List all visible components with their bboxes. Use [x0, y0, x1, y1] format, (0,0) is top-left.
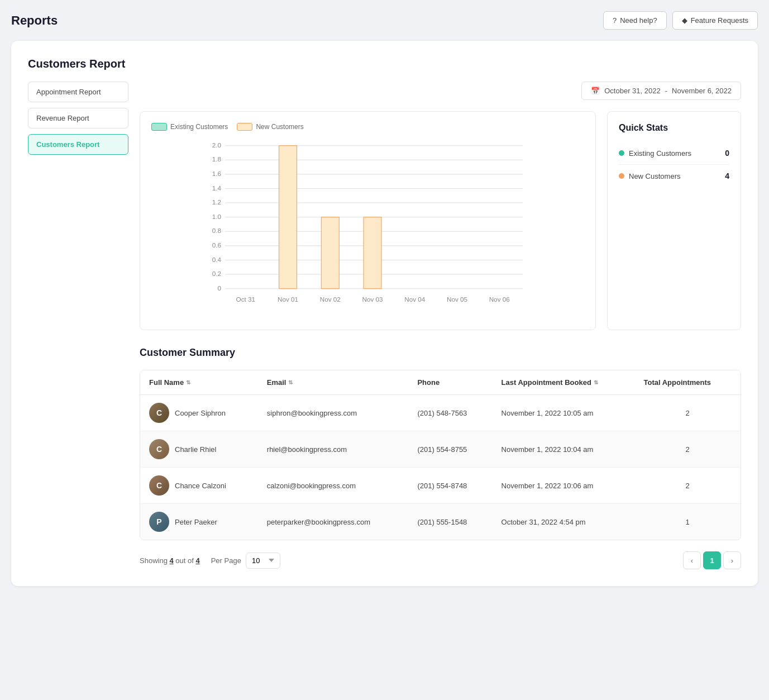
- cell-total-appts-1: 2: [634, 431, 741, 468]
- legend-new: New Customers: [237, 123, 303, 131]
- stat-new-customers: New Customers 4: [619, 165, 729, 187]
- page-title: Reports: [11, 13, 58, 28]
- svg-text:1.8: 1.8: [212, 155, 222, 163]
- cell-phone-3: (201) 555-1548: [408, 504, 492, 540]
- svg-text:Nov 01: Nov 01: [278, 296, 298, 303]
- cell-last-appt-1: November 1, 2022 10:04 am: [493, 431, 635, 468]
- svg-text:0.6: 0.6: [212, 241, 221, 249]
- th-full-name[interactable]: Full Name ⇅: [140, 370, 258, 395]
- prev-page-button[interactable]: ‹: [683, 551, 701, 569]
- cell-total-appts-0: 2: [634, 395, 741, 431]
- table-row: C Chance Calzoni calzoni@bookingpress.co…: [140, 468, 741, 504]
- svg-text:Oct 31: Oct 31: [236, 296, 256, 303]
- svg-text:Nov 06: Nov 06: [489, 296, 510, 303]
- need-help-button[interactable]: ? Need help?: [603, 11, 667, 30]
- bar-chart-svg: 0 0.2 0.4 0.6 0.8 1.0 1.2 1.4 1.6 1.8 2.: [151, 140, 584, 318]
- svg-text:1.4: 1.4: [212, 184, 222, 192]
- sort-icon-email: ⇅: [288, 379, 293, 385]
- table-row: C Cooper Siphron siphron@bookingpress.co…: [140, 395, 741, 431]
- th-phone: Phone: [408, 370, 492, 395]
- stat-existing-customers: Existing Customers 0: [619, 142, 729, 165]
- sidebar-item-appointment[interactable]: Appointment Report: [28, 82, 128, 102]
- quick-stats-panel: Quick Stats Existing Customers 0 N: [607, 111, 741, 330]
- avatar-3: P: [149, 512, 169, 532]
- table-head: Full Name ⇅ Email ⇅: [140, 370, 741, 395]
- next-page-button[interactable]: ›: [723, 551, 741, 569]
- svg-rect-29: [279, 146, 297, 289]
- svg-text:Nov 05: Nov 05: [447, 296, 468, 303]
- section-title: Customers Report: [28, 58, 741, 70]
- cell-last-appt-2: November 1, 2022 10:06 am: [493, 468, 635, 504]
- per-page-select[interactable]: 10 25 50 100: [246, 553, 280, 569]
- page-1-button[interactable]: 1: [703, 551, 721, 569]
- legend-new-color: [237, 123, 252, 131]
- chart-and-stats: Existing Customers New Customers: [140, 111, 741, 330]
- svg-text:1.0: 1.0: [212, 213, 222, 220]
- svg-text:0.4: 0.4: [212, 256, 222, 263]
- chart-container: Existing Customers New Customers: [140, 111, 596, 330]
- th-email[interactable]: Email ⇅: [258, 370, 409, 395]
- main-area: 📅 October 31, 2022 - November 6, 2022 Ex: [140, 82, 741, 569]
- quick-stats-title: Quick Stats: [619, 123, 729, 133]
- cell-last-appt-0: November 1, 2022 10:05 am: [493, 395, 635, 431]
- sidebar-item-revenue[interactable]: Revenue Report: [28, 108, 128, 128]
- table-body: C Cooper Siphron siphron@bookingpress.co…: [140, 395, 741, 540]
- feature-requests-button[interactable]: ◆ Feature Requests: [672, 11, 758, 30]
- pagination-controls: ‹ 1 ›: [683, 551, 741, 569]
- chart-area: 0 0.2 0.4 0.6 0.8 1.0 1.2 1.4 1.6 1.8 2.: [151, 140, 584, 318]
- sort-icon-name: ⇅: [186, 379, 190, 385]
- cell-total-appts-2: 2: [634, 468, 741, 504]
- svg-rect-31: [364, 217, 381, 289]
- cell-name-0: C Cooper Siphron: [140, 395, 258, 431]
- customer-name-0: Cooper Siphron: [175, 409, 226, 417]
- customer-summary-title: Customer Summary: [140, 347, 741, 359]
- cell-email-1: rhiel@bookingpress.com: [258, 431, 409, 468]
- cell-name-2: C Chance Calzoni: [140, 468, 258, 504]
- svg-rect-30: [321, 217, 339, 289]
- sort-icon-appt: ⇅: [594, 379, 598, 385]
- top-bar-actions: ? Need help? ◆ Feature Requests: [603, 11, 758, 30]
- chart-legend: Existing Customers New Customers: [151, 123, 584, 131]
- customer-summary-table-wrapper: Full Name ⇅ Email ⇅: [140, 370, 741, 540]
- calendar-icon: 📅: [591, 87, 600, 95]
- svg-text:0.8: 0.8: [212, 227, 222, 234]
- showing-text: Showing 4 out of 4: [140, 556, 200, 565]
- customer-name-3: Peter Paeker: [175, 518, 217, 526]
- customer-summary-table: Full Name ⇅ Email ⇅: [140, 370, 741, 540]
- avatar-0: C: [149, 403, 169, 423]
- sidebar-item-customers[interactable]: Customers Report: [28, 134, 128, 155]
- th-total-appts: Total Appointments: [634, 370, 741, 395]
- table-row: P Peter Paeker peterparker@bookingpress.…: [140, 504, 741, 540]
- th-last-appt[interactable]: Last Appointment Booked ⇅: [493, 370, 635, 395]
- cell-phone-2: (201) 554-8748: [408, 468, 492, 504]
- svg-text:1.2: 1.2: [212, 198, 221, 206]
- cell-phone-1: (201) 554-8755: [408, 431, 492, 468]
- svg-text:Nov 02: Nov 02: [320, 296, 341, 303]
- sidebar: Appointment Report Revenue Report Custom…: [28, 82, 128, 569]
- existing-customers-dot: [619, 150, 624, 156]
- svg-text:0: 0: [218, 284, 222, 292]
- cell-email-0: siphron@bookingpress.com: [258, 395, 409, 431]
- report-header: 📅 October 31, 2022 - November 6, 2022: [140, 82, 741, 100]
- avatar-1: C: [149, 439, 169, 459]
- customer-name-2: Chance Calzoni: [175, 482, 226, 490]
- svg-text:1.6: 1.6: [212, 170, 221, 177]
- date-range-picker[interactable]: 📅 October 31, 2022 - November 6, 2022: [581, 82, 741, 100]
- content-layout: Appointment Report Revenue Report Custom…: [28, 82, 741, 569]
- cell-name-1: C Charlie Rhiel: [140, 431, 258, 468]
- cell-phone-0: (201) 548-7563: [408, 395, 492, 431]
- main-content-card: Customers Report Appointment Report Reve…: [11, 41, 758, 586]
- legend-existing: Existing Customers: [151, 123, 228, 131]
- per-page-selector: Per Page 10 25 50 100: [211, 553, 280, 569]
- cell-email-2: calzoni@bookingpress.com: [258, 468, 409, 504]
- svg-text:Nov 03: Nov 03: [362, 296, 383, 303]
- legend-existing-color: [151, 123, 167, 131]
- cell-name-3: P Peter Paeker: [140, 504, 258, 540]
- customer-name-1: Charlie Rhiel: [175, 445, 216, 454]
- table-row: C Charlie Rhiel rhiel@bookingpress.com (…: [140, 431, 741, 468]
- svg-text:0.2: 0.2: [212, 270, 221, 277]
- new-customers-dot: [619, 173, 624, 179]
- cell-total-appts-3: 1: [634, 504, 741, 540]
- svg-text:2.0: 2.0: [212, 141, 222, 149]
- pagination-row: Showing 4 out of 4 Per Page 10 25 50 100: [140, 551, 741, 569]
